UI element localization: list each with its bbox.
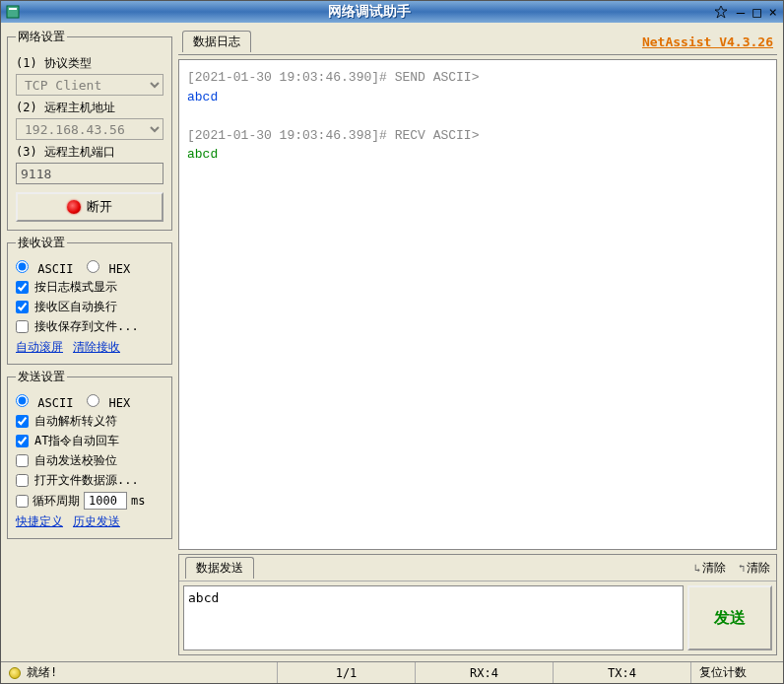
send-escape-check[interactable] <box>16 415 29 428</box>
recv-ascii-label: ASCII <box>37 262 73 276</box>
status-tx: TX:4 <box>553 662 690 683</box>
log-line-body: abcd <box>187 90 218 104</box>
clear-send-2[interactable]: ↰清除 <box>738 560 770 577</box>
send-cycle-input[interactable] <box>84 492 127 510</box>
send-atcr-label: AT指令自动回车 <box>34 433 119 449</box>
send-textarea[interactable] <box>183 585 684 650</box>
send-openfile-check[interactable] <box>16 474 29 487</box>
log-line-ts: [2021-01-30 19:03:46.390]# SEND ASCII> <box>187 70 479 85</box>
remote-port-label: (3) 远程主机端口 <box>16 144 163 161</box>
window-buttons: — □ × <box>735 4 779 20</box>
pin-icon[interactable] <box>713 4 729 20</box>
remote-host-input[interactable]: 192.168.43.56 <box>16 118 163 140</box>
send-settings-group: 发送设置 ASCII HEX 自动解析转义符 AT指令自动回车 自动发送校验位 … <box>7 369 172 539</box>
brand-link[interactable]: NetAssist V4.3.26 <box>642 34 773 49</box>
send-escape-label: 自动解析转义符 <box>34 413 117 430</box>
disconnect-icon <box>67 200 81 214</box>
send-ascii-radio[interactable] <box>16 394 29 407</box>
send-header: 数据发送 ↳清除 ↰清除 <box>179 555 776 581</box>
main-body: 网络设置 (1) 协议类型 TCP Client (2) 远程主机地址 192.… <box>1 23 783 661</box>
history-send-link[interactable]: 历史发送 <box>73 513 120 530</box>
receive-legend: 接收设置 <box>16 235 67 251</box>
network-legend: 网络设置 <box>16 29 67 45</box>
recv-log-mode-check[interactable] <box>16 281 29 294</box>
send-cycle-unit: ms <box>131 494 145 508</box>
app-icon <box>5 4 21 20</box>
disconnect-button[interactable]: 断开 <box>16 192 163 222</box>
disconnect-label: 断开 <box>87 198 112 216</box>
send-ascii-label: ASCII <box>37 396 73 410</box>
recv-hex-label: HEX <box>109 262 131 276</box>
svg-rect-1 <box>9 8 17 10</box>
send-checksum-check[interactable] <box>16 454 29 467</box>
remote-port-input[interactable] <box>16 163 163 184</box>
log-area[interactable]: [2021-01-30 19:03:46.390]# SEND ASCII> a… <box>178 59 777 550</box>
protocol-select[interactable]: TCP Client <box>16 74 163 96</box>
clear-receive-link[interactable]: 清除接收 <box>73 339 120 356</box>
send-hex-radio[interactable] <box>87 394 99 407</box>
send-cycle-label: 循环周期 <box>33 493 80 510</box>
recv-savefile-label: 接收保存到文件... <box>34 318 139 335</box>
protocol-label: (1) 协议类型 <box>16 55 163 72</box>
send-hex-label: HEX <box>109 396 131 410</box>
ready-light-icon <box>9 667 21 679</box>
log-line-ts: [2021-01-30 19:03:46.398]# RECV ASCII> <box>187 128 479 143</box>
recv-ascii-radio[interactable] <box>16 260 29 273</box>
close-button[interactable]: × <box>767 4 779 20</box>
send-body: 发送 <box>179 581 776 654</box>
send-atcr-check[interactable] <box>16 435 29 447</box>
status-rx: RX:4 <box>415 662 553 683</box>
network-settings-group: 网络设置 (1) 协议类型 TCP Client (2) 远程主机地址 192.… <box>7 29 172 231</box>
status-pages: 1/1 <box>277 662 415 683</box>
window-title: 网络调试助手 <box>27 3 713 21</box>
clear-send-1[interactable]: ↳清除 <box>694 560 727 577</box>
right-column: 数据日志 NetAssist V4.3.26 [2021-01-30 19:03… <box>178 29 777 655</box>
recv-log-mode-label: 按日志模式显示 <box>34 279 117 296</box>
arrow-up-icon: ↰ <box>738 562 745 575</box>
maximize-button[interactable]: □ <box>751 4 762 20</box>
send-legend: 发送设置 <box>16 369 67 385</box>
svg-rect-0 <box>7 6 19 18</box>
send-checksum-label: 自动发送校验位 <box>34 452 117 469</box>
log-line-body: abcd <box>187 147 218 162</box>
recv-hex-radio[interactable] <box>87 260 99 273</box>
recv-savefile-check[interactable] <box>16 320 29 333</box>
log-header: 数据日志 NetAssist V4.3.26 <box>178 29 777 55</box>
send-toolbar: ↳清除 ↰清除 <box>694 560 770 577</box>
send-button[interactable]: 发送 <box>687 585 772 650</box>
app-window: 网络调试助手 — □ × 网络设置 (1) 协议类型 TCP Client (2… <box>0 0 784 684</box>
status-ready-cell: 就绪! <box>1 664 277 681</box>
recv-autowrap-check[interactable] <box>16 301 29 313</box>
recv-autowrap-label: 接收区自动换行 <box>34 299 117 315</box>
send-tab[interactable]: 数据发送 <box>185 557 254 579</box>
minimize-button[interactable]: — <box>735 4 747 20</box>
arrow-down-icon: ↳ <box>694 562 701 575</box>
status-ready-text: 就绪! <box>27 664 57 681</box>
send-cycle-check[interactable] <box>16 495 29 508</box>
log-tab[interactable]: 数据日志 <box>182 31 251 52</box>
shortcut-define-link[interactable]: 快捷定义 <box>16 513 63 530</box>
receive-settings-group: 接收设置 ASCII HEX 按日志模式显示 接收区自动换行 接收保存到文件..… <box>7 235 172 365</box>
left-column: 网络设置 (1) 协议类型 TCP Client (2) 远程主机地址 192.… <box>7 29 172 655</box>
send-panel: 数据发送 ↳清除 ↰清除 发送 <box>178 554 777 655</box>
titlebar: 网络调试助手 — □ × <box>1 1 783 23</box>
send-openfile-label: 打开文件数据源... <box>34 472 139 489</box>
remote-host-label: (2) 远程主机地址 <box>16 100 163 116</box>
reset-counter-button[interactable]: 复位计数 <box>690 662 783 683</box>
statusbar: 就绪! 1/1 RX:4 TX:4 复位计数 <box>1 661 783 683</box>
autoscroll-link[interactable]: 自动滚屏 <box>16 339 63 356</box>
